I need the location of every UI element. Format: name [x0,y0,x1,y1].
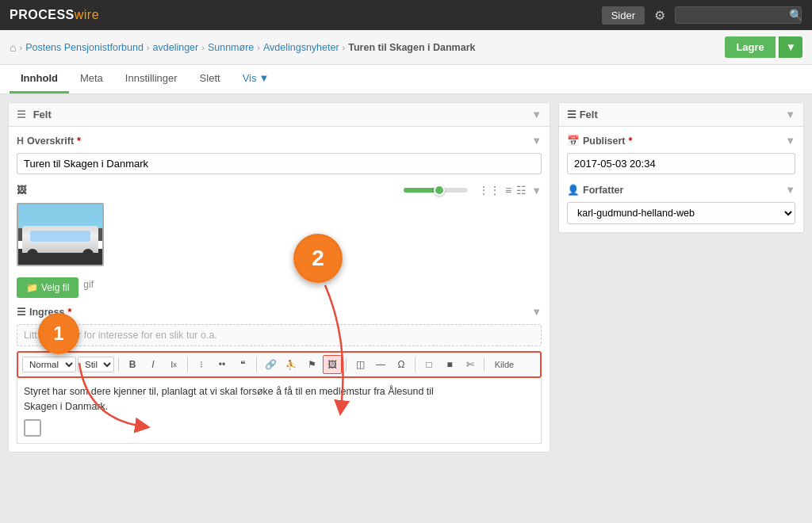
home-icon[interactable]: ⌂ [10,41,16,54]
breadcrumb-sunnmore[interactable]: Sunnmøre [208,42,254,53]
search-icon: 🔍 [789,9,802,21]
right-panel: ☰ Felt ▼ 📅 Publisert * [558,102,804,517]
bus-image [18,204,102,265]
arrow-1 [56,355,151,434]
search-input[interactable] [675,6,802,24]
publisert-collapse-icon[interactable]: ▼ [785,135,795,147]
calendar-icon: 📅 [567,135,580,147]
forfatter-label: Forfatter [583,185,623,196]
chevron-down-icon: ▼ [259,72,269,84]
toolbar-sep-6 [484,357,485,372]
blockquote-button[interactable]: ❝ [233,355,252,374]
image-toolbar: ⋮⋮ ≡ ☷ ▼ [404,184,542,197]
arrow-2 [301,277,381,420]
toolbar-sep-2 [187,357,188,372]
editor-checkbox[interactable] [24,419,41,437]
save-dropdown-button[interactable]: ▼ [779,36,802,58]
ingress-section-header: ☰ Ingress * ▼ [17,306,542,318]
breadcrumb-bar: ⌂ › Postens Pensjonistforbund › avdeling… [0,30,812,65]
ingress-placeholder: Litt om frister for interesse for en sli… [17,324,542,346]
list-ol-button[interactable]: ⁝ [192,355,211,374]
hoofdbilde-section-header: 🖼 ⋮⋮ ≡ [17,184,542,197]
tab-vis[interactable]: Vis ▼ [232,65,281,94]
tab-meta[interactable]: Meta [69,65,114,94]
toolbar-sep-3 [256,357,257,372]
publisert-field: 📅 Publisert * ▼ 2017-05-03 20:34 [567,135,795,174]
annotation-circle-2: 2 [293,234,343,283]
user-icon: 👤 [567,184,580,196]
list-ul-button[interactable]: •• [213,355,232,374]
breadcrumb-current: Turen til Skagen i Danmark [348,42,475,53]
right-lines-icon: ☰ [567,109,576,120]
save-button[interactable]: Lagre [725,36,775,58]
right-field-group: ☰ Felt ▼ 📅 Publisert * [558,102,804,233]
overskrift-section-header: H Overskrift * ▼ [17,135,542,147]
top-navigation: PROCESSwire Sider ⚙ 🔍 [0,0,812,30]
hoofdbilde-collapse-icon[interactable]: ▼ [531,185,542,197]
grid-view-icon[interactable]: ⋮⋮ [478,184,500,197]
unlink-button[interactable]: ⛹ [282,355,301,374]
top-nav-right: Sider ⚙ 🔍 [602,5,802,26]
sider-button[interactable]: Sider [602,6,645,25]
paste-table-button[interactable]: ■ [440,355,459,374]
image-thumbnail [17,203,104,266]
velg-fil-button[interactable]: 📁 Velg fil [17,277,79,298]
breadcrumb: ⌂ › Postens Pensjonistforbund › avdeling… [10,41,476,54]
right-field-header: ☰ Felt ▼ [559,103,803,127]
left-panel: ☰ Felt ▼ H Overskrift * [8,102,550,517]
toolbar-sep-5 [415,357,416,372]
breadcrumb-postens[interactable]: Postens Pensjonistforbund [25,42,144,53]
publisert-input[interactable]: 2017-05-03 20:34 [567,153,795,174]
page-tabs: Innhold Meta Innstillinger Slett Vis ▼ [0,65,812,94]
annotation-circle-1: 1 [38,313,79,354]
image-section-icon: 🖼 [17,185,27,196]
right-field-collapse-icon[interactable]: ▼ [785,109,795,120]
forfatter-collapse-icon[interactable]: ▼ [785,184,795,196]
forfatter-select[interactable]: karl-gudmund-helland-web [567,202,795,224]
tab-slett[interactable]: Slett [189,65,232,94]
overskrift-collapse-icon[interactable]: ▼ [531,135,542,147]
app-logo: PROCESSwire [10,8,99,22]
copy-table-button[interactable]: □ [419,355,439,374]
publisert-label: Publisert [583,136,626,147]
publisert-header: 📅 Publisert * ▼ [567,135,795,147]
ingress-icon: ☰ [17,306,26,318]
strikethrough-button[interactable]: Ix [164,355,183,374]
filename-text: gif [83,279,94,290]
ingress-collapse-icon[interactable]: ▼ [531,306,542,318]
overskrift-input[interactable]: Turen til Skagen i Danmark [17,153,542,174]
tab-innhold[interactable]: Innhold [10,65,69,94]
image-slider[interactable] [404,188,467,193]
gear-icon[interactable]: ⚙ [651,5,668,26]
tab-innstillinger[interactable]: Innstillinger [114,65,189,94]
breadcrumb-avdelinger[interactable]: avdelinger [153,42,199,53]
list-view-icon[interactable]: ≡ [505,184,511,197]
overskrift-label: Overskrift [27,136,74,147]
source-button[interactable]: Kilde [488,355,520,374]
right-field-content: 📅 Publisert * ▼ 2017-05-03 20:34 👤 [559,127,803,232]
link-button[interactable]: 🔗 [261,355,280,374]
lines-icon: ☰ [17,109,26,120]
hoofdbilde-section: 🖼 ⋮⋮ ≡ [17,184,542,298]
clipboard-button[interactable]: ✄ [461,355,480,374]
save-actions: Lagre ▼ [725,36,802,58]
forfatter-field: 👤 Forfatter ▼ karl-gudmund-helland-web [567,184,795,224]
required-mark: * [77,136,81,147]
special-char-button[interactable]: Ω [392,355,411,374]
file-icon: 📁 [26,282,38,293]
forfatter-header: 👤 Forfatter ▼ [567,184,795,196]
main-layout: ☰ Felt ▼ H Overskrift * [0,94,812,523]
table-view-icon[interactable]: ☷ [516,184,527,197]
field-group-collapse-icon[interactable]: ▼ [531,109,542,120]
breadcrumb-avdelingsnyheter[interactable]: Avdelingsnyheter [263,42,339,53]
left-field-group-header: ☰ Felt ▼ [9,103,550,127]
heading-icon: H [17,136,24,147]
